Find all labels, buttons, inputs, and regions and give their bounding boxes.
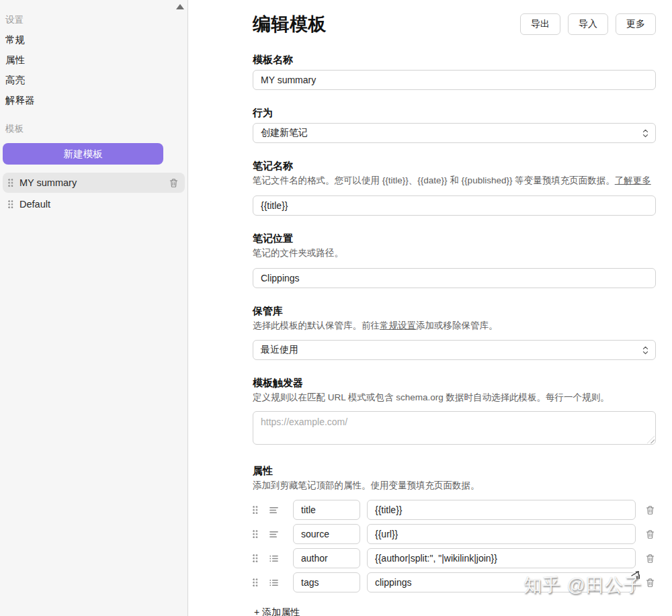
note-name-label: 笔记名称: [253, 161, 656, 171]
note-location-input[interactable]: [253, 268, 656, 288]
property-type-list-icon[interactable]: [267, 552, 280, 564]
template-item-default[interactable]: Default: [3, 194, 185, 214]
property-row: [253, 524, 656, 544]
vault-description-after: 添加或移除保管库。: [416, 320, 498, 331]
field-note-name: 笔记名称 笔记文件名的格式。您可以使用 {{title}}、{{date}} 和…: [253, 161, 656, 216]
chevron-up-down-icon: [642, 128, 648, 138]
drag-handle-icon[interactable]: [253, 554, 259, 563]
field-template-name: 模板名称: [253, 54, 656, 90]
vault-select[interactable]: 最近使用: [253, 340, 656, 360]
page-header: 编辑模板 导出 导入 更多: [253, 11, 656, 38]
add-property-button[interactable]: + 添加属性: [253, 605, 301, 616]
property-name-input[interactable]: [293, 548, 360, 568]
property-name-input[interactable]: [293, 500, 360, 520]
note-name-description-text: 笔记文件名的格式。您可以使用 {{title}}、{{date}} 和 {{pu…: [253, 175, 615, 185]
template-name-input[interactable]: [253, 70, 656, 90]
property-name-input[interactable]: [293, 524, 360, 544]
property-type-text-icon[interactable]: [267, 528, 280, 540]
general-settings-link[interactable]: 常规设置: [380, 320, 416, 331]
field-triggers: 模板触发器 定义规则以在匹配 URL 模式或包含 schema.org 数据时自…: [253, 378, 656, 445]
header-actions: 导出 导入 更多: [520, 13, 656, 35]
drag-handle-icon[interactable]: [253, 530, 259, 539]
properties-description: 添加到剪藏笔记顶部的属性。使用变量预填充页面数据。: [253, 480, 656, 491]
property-row: [253, 548, 656, 568]
sidebar-item-interpreter[interactable]: 解释器: [3, 90, 185, 110]
sidebar: 设置 常规 属性 高亮 解释器 模板 新建模板 MY summary Defau…: [0, 0, 188, 616]
delete-property-icon[interactable]: [644, 504, 656, 516]
settings-section-label: 设置: [3, 15, 185, 26]
triggers-description: 定义规则以在匹配 URL 模式或包含 schema.org 数据时自动选择此模板…: [253, 392, 656, 403]
settings-nav: 常规 属性 高亮 解释器: [3, 30, 185, 110]
sidebar-item-general[interactable]: 常规: [3, 30, 185, 50]
note-location-label: 笔记位置: [253, 233, 656, 244]
vault-label: 保管库: [253, 306, 656, 316]
sidebar-item-properties[interactable]: 属性: [3, 50, 185, 70]
field-note-location: 笔记位置 笔记的文件夹或路径。: [253, 233, 656, 288]
property-type-text-icon[interactable]: [267, 504, 280, 516]
field-vault: 保管库 选择此模板的默认保管库。前往常规设置添加或移除保管库。 最近使用: [253, 306, 656, 360]
sidebar-item-highlight[interactable]: 高亮: [3, 70, 185, 90]
triggers-label: 模板触发器: [253, 378, 656, 388]
delete-property-icon[interactable]: [644, 528, 656, 540]
vault-description-before: 选择此模板的默认保管库。前往: [253, 320, 380, 331]
delete-property-icon[interactable]: [644, 576, 656, 588]
properties-label: 属性: [253, 466, 656, 476]
page-title: 编辑模板: [253, 12, 327, 36]
property-value-input[interactable]: [367, 572, 636, 592]
export-button[interactable]: 导出: [520, 13, 560, 35]
chevron-up-down-icon: [642, 345, 648, 355]
field-properties: 属性 添加到剪藏笔记顶部的属性。使用变量预填充页面数据。: [253, 466, 656, 616]
field-behavior: 行为 创建新笔记: [253, 107, 656, 143]
note-location-description: 笔记的文件夹或路径。: [253, 248, 656, 259]
template-list: MY summary Default: [3, 173, 185, 214]
behavior-select[interactable]: 创建新笔记: [253, 123, 656, 143]
import-button[interactable]: 导入: [568, 13, 608, 35]
templates-section-label: 模板: [3, 124, 185, 134]
triggers-textarea[interactable]: [253, 411, 656, 445]
more-button[interactable]: 更多: [616, 13, 656, 35]
vault-description: 选择此模板的默认保管库。前往常规设置添加或移除保管库。: [253, 320, 656, 331]
property-value-input[interactable]: [367, 500, 636, 520]
scroll-up-arrow-icon[interactable]: [176, 4, 184, 9]
property-type-list-icon[interactable]: [267, 576, 280, 588]
drag-handle-icon[interactable]: [8, 200, 14, 209]
learn-more-link[interactable]: 了解更多: [615, 175, 651, 185]
template-editor: 编辑模板 导出 导入 更多 模板名称 行为 创建新笔记 笔记名称: [189, 0, 672, 616]
property-value-input[interactable]: [367, 524, 636, 544]
drag-handle-icon[interactable]: [253, 506, 259, 515]
template-name: Default: [19, 199, 179, 210]
note-name-description: 笔记文件名的格式。您可以使用 {{title}}、{{date}} 和 {{pu…: [253, 175, 656, 186]
drag-handle-icon[interactable]: [8, 179, 14, 187]
property-row: [253, 572, 656, 592]
behavior-label: 行为: [253, 107, 656, 118]
new-template-button[interactable]: 新建模板: [3, 143, 163, 165]
template-name: MY summary: [19, 177, 167, 188]
drag-handle-icon[interactable]: [253, 578, 259, 587]
note-name-input[interactable]: [253, 195, 656, 216]
delete-template-icon[interactable]: [167, 177, 179, 189]
property-value-input[interactable]: [367, 548, 636, 568]
template-item-my-summary[interactable]: MY summary: [3, 173, 185, 193]
template-name-label: 模板名称: [253, 54, 656, 65]
behavior-select-value: 创建新笔记: [261, 127, 308, 139]
property-row: [253, 500, 656, 520]
property-name-input[interactable]: [293, 572, 360, 592]
vault-select-value: 最近使用: [261, 344, 298, 356]
delete-property-icon[interactable]: [644, 552, 656, 564]
